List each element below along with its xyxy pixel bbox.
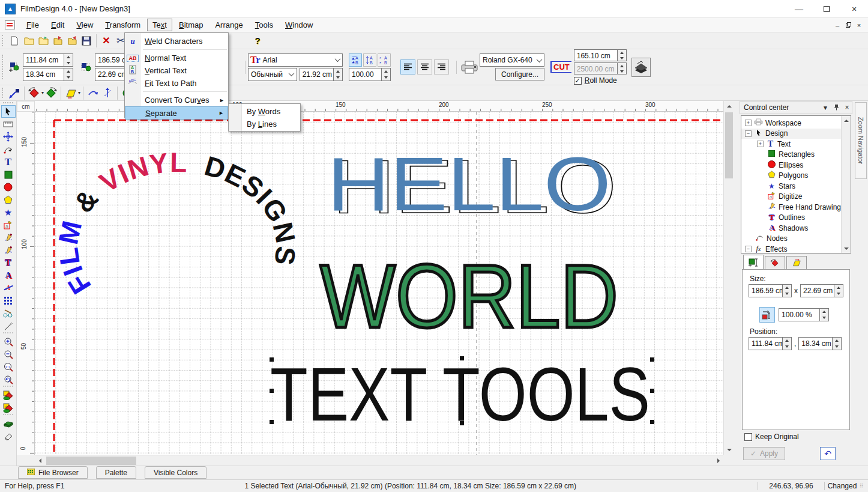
panel-position-y-field[interactable]: 18.34 cm <box>798 337 842 350</box>
node-edit-tool[interactable] <box>1 143 16 156</box>
tree-item-shadows[interactable]: A Shadows <box>741 223 851 234</box>
tree-item-text[interactable]: + T Text <box>741 139 851 150</box>
open-button[interactable] <box>22 34 36 48</box>
font-family-combo[interactable]: TrArial <box>248 53 343 67</box>
tree-item-effects[interactable]: − fx Effects <box>741 244 851 254</box>
tab-palette[interactable]: Palette <box>96 466 136 479</box>
menu-file[interactable]: File <box>21 19 44 31</box>
tree-scrollbar[interactable] <box>841 116 851 253</box>
save-button[interactable] <box>79 34 94 48</box>
star-tool[interactable]: ★ <box>1 206 16 219</box>
mirror-vertical-button[interactable] <box>100 86 115 100</box>
mdi-close-button[interactable]: × <box>854 20 864 30</box>
horizontal-scrollbar[interactable] <box>35 455 723 466</box>
menu-window[interactable]: Window <box>280 19 318 31</box>
world-text-object[interactable]: WORLD <box>320 246 618 347</box>
tree-item-nodes[interactable]: Nodes <box>741 234 851 244</box>
hello-text-object[interactable]: HELLO HELLO <box>327 142 616 229</box>
panel-size-height-field[interactable]: 22.69 cm <box>800 284 843 297</box>
skew-tool-button[interactable] <box>64 86 78 100</box>
menu-text[interactable]: Text <box>147 19 172 31</box>
spin-down[interactable] <box>64 74 73 80</box>
eraser-tool[interactable] <box>1 430 16 442</box>
font-size-field[interactable]: 21.92 cm <box>300 68 343 81</box>
tree-item-rectangles[interactable]: Rectangles <box>741 150 851 160</box>
menu-item-fit-text-to-path[interactable]: ABC Fit Text to Path <box>125 77 228 90</box>
weld-outline-tool[interactable]: ✓ <box>1 401 16 414</box>
spacing-value-field[interactable]: 100.00 <box>349 68 391 81</box>
toolbar-grip[interactable] <box>2 35 5 46</box>
tab-visible-colors[interactable]: Visible Colors <box>145 466 206 479</box>
tree-item-polygons[interactable]: Polygons <box>741 171 851 181</box>
panel-close-icon[interactable]: × <box>842 103 852 112</box>
menu-edit[interactable]: Edit <box>46 19 70 31</box>
ellipse-tool[interactable] <box>1 181 16 193</box>
mdi-minimize-button[interactable]: – <box>832 20 843 30</box>
tree-item-digitize[interactable]: a Digitize <box>741 192 851 202</box>
zoom-in-tool[interactable] <box>1 335 16 348</box>
pin-icon[interactable] <box>831 104 841 112</box>
line-spacing-button[interactable]: AB <box>363 53 376 67</box>
transform-tool[interactable] <box>1 130 16 143</box>
tab-skew[interactable] <box>786 256 807 269</box>
proportional-scale-button[interactable] <box>759 307 775 323</box>
align-left-button[interactable] <box>400 59 415 74</box>
tree-item-stars[interactable]: ★ Stars <box>741 181 851 192</box>
menu-item-by-words[interactable]: By Words <box>229 105 300 118</box>
rotate-right-button[interactable] <box>44 86 58 100</box>
open-design-button[interactable] <box>36 34 50 48</box>
menu-bitmap[interactable]: Bitmap <box>173 19 208 31</box>
new-document-button[interactable] <box>7 34 22 48</box>
scale-percent-field[interactable]: 100.00 % <box>779 308 829 321</box>
rotate-left-button[interactable] <box>27 86 41 100</box>
menu-item-convert-to-curves[interactable]: Convert To Curves► <box>125 94 228 106</box>
menu-item-normal-text[interactable]: AB Normal Text <box>125 52 228 64</box>
panel-menu-button[interactable]: ▼ <box>821 105 830 111</box>
zoom-out-tool[interactable] <box>1 348 16 360</box>
tree-item-design[interactable]: − Design <box>741 129 851 139</box>
tab-rotate[interactable] <box>765 256 785 269</box>
select-tool[interactable] <box>1 105 16 118</box>
word-spacing-button[interactable]: AB** <box>378 53 391 67</box>
tab-size[interactable] <box>743 255 764 269</box>
media-width-field[interactable]: 165.10 cm <box>574 49 627 61</box>
tree-item-ellipses[interactable]: Ellipses <box>741 160 851 171</box>
panel-size-width-field[interactable]: 186.59 cm <box>749 284 792 297</box>
import-button[interactable] <box>50 34 65 48</box>
weld-tool[interactable] <box>1 389 16 401</box>
position-y-field[interactable]: 18.34 cm <box>23 68 73 81</box>
extrude-tool[interactable] <box>1 417 16 430</box>
measure-tool[interactable] <box>1 118 16 130</box>
spin-up[interactable] <box>64 68 73 74</box>
zoom-previous-tool[interactable] <box>1 373 16 386</box>
polygon-tool[interactable] <box>1 193 16 206</box>
skew-dropdown-caret[interactable]: ▾ <box>78 90 80 96</box>
text-tool[interactable]: T <box>1 156 16 168</box>
grid-array-tool[interactable] <box>1 294 16 307</box>
mirror-horizontal-button[interactable] <box>86 86 100 100</box>
menu-view[interactable]: View <box>71 19 98 31</box>
configure-button[interactable]: Configure... <box>495 68 544 80</box>
shadow-text-tool[interactable]: A <box>1 269 16 282</box>
expand-plus-icon[interactable]: + <box>757 141 764 147</box>
expand-minus-icon[interactable]: − <box>745 246 752 252</box>
freehand-dotted-tool[interactable] <box>1 231 16 244</box>
vertical-scrollbar[interactable] <box>723 101 734 455</box>
slant-text-tool[interactable]: A <box>1 282 16 294</box>
menu-item-by-lines[interactable]: By Lines <box>229 118 300 130</box>
document-icon[interactable] <box>5 20 15 29</box>
send-to-cutter-button[interactable] <box>631 58 651 77</box>
spin-up[interactable] <box>64 54 73 60</box>
menu-transform[interactable]: Transform <box>100 19 146 31</box>
menu-item-vertical-text[interactable]: AB Vertical Text <box>125 64 228 77</box>
trace-tool[interactable] <box>1 307 16 320</box>
panel-position-x-field[interactable]: 111.84 cm <box>749 337 792 350</box>
toolbar-grip[interactable] <box>2 88 5 99</box>
expand-plus-icon[interactable]: + <box>745 120 752 126</box>
resize-grip[interactable]: ⠿ <box>860 483 868 489</box>
minimize-button[interactable]: — <box>785 0 813 17</box>
zoom-actual-tool[interactable]: 1:1 <box>1 360 16 373</box>
apply-button[interactable]: ✓Apply <box>743 447 785 460</box>
zoom-navigator-tab[interactable]: Zoom Navigator <box>855 102 867 179</box>
tree-item-outlines[interactable]: T Outlines <box>741 213 851 223</box>
